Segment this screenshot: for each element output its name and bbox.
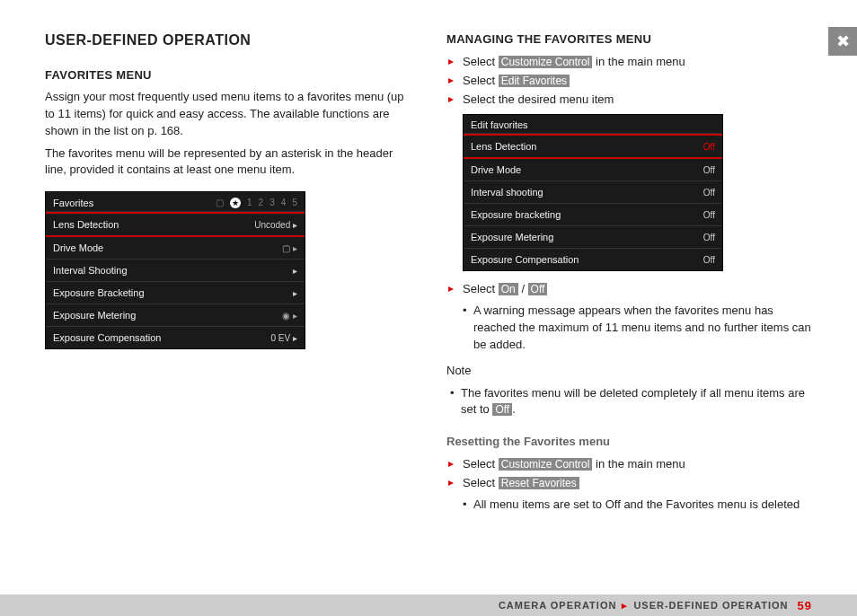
cam-row: Exposure Metering ◉ ▸ (46, 304, 305, 327)
cam-title: Favorites (53, 198, 93, 208)
step-item: Select the desired menu item (446, 91, 812, 110)
section-favorites-menu: FAVORITES MENU (45, 68, 411, 82)
step-item: Select Customize Control in the main men… (446, 53, 812, 72)
memory-card-icon: ▢ (216, 198, 224, 207)
breadcrumb: CAMERA OPERATION (499, 600, 617, 611)
favorites-desc-2: The favorites menu will be represented b… (45, 145, 411, 180)
menu-tag: Customize Control (499, 56, 593, 68)
cam-row: Exposure Compensation Off (464, 249, 722, 270)
bullet-item: A warning message appears when the favor… (446, 303, 812, 354)
cam-row: Interval shooting Off (464, 181, 722, 204)
section-managing-favorites: MANAGING THE FAVORITES MENU (446, 32, 812, 46)
cam-row: Exposure Bracketing ▸ (46, 282, 305, 304)
page-title: USER-DEFINED OPERATION (45, 32, 411, 48)
step-item: Select Reset Favorites (446, 474, 812, 493)
note-bullet: The favorites menu will be deleted compl… (434, 385, 812, 419)
camera-menu-favorites: Favorites ▢ ★ 1 2 3 4 5 Lens Detection U… (45, 191, 305, 349)
right-column: MANAGING THE FAVORITES MENU Select Custo… (446, 32, 812, 514)
cam-row: Interval Shooting ▸ (46, 260, 305, 282)
favorites-desc-1: Assign your most frequently used menu it… (45, 89, 411, 140)
step-item: Select Edit Favorites (446, 72, 812, 91)
cam-row: Lens Detection Uncoded ▸ (46, 212, 305, 237)
star-icon: ★ (230, 198, 241, 208)
caret-icon: ▸ (622, 600, 628, 612)
camera-menu-edit-favorites: Edit favorites Lens Detection Off Drive … (463, 114, 723, 271)
cam-row: Exposure bracketing Off (464, 204, 722, 226)
side-tab-icon: ✖ (828, 27, 857, 56)
menu-tag: Reset Favorites (499, 477, 579, 489)
menu-tag: Off (492, 403, 512, 416)
cam-title: Edit favorites (471, 119, 528, 130)
menu-tag: Customize Control (499, 458, 593, 471)
page-footer: CAMERA OPERATION ▸ USER-DEFINED OPERATIO… (0, 594, 857, 616)
left-column: USER-DEFINED OPERATION FAVORITES MENU As… (45, 32, 411, 514)
page-number: 59 (798, 599, 812, 612)
menu-tag: On (499, 283, 518, 295)
menu-tag: Off (528, 283, 548, 295)
cam-row: Exposure Metering Off (464, 226, 722, 249)
cam-row: Lens Detection Off (464, 134, 722, 159)
cam-row: Drive Mode Off (464, 159, 722, 181)
step-item: Select On / Off (446, 280, 812, 299)
cam-tabs: ▢ ★ 1 2 3 4 5 (212, 197, 297, 208)
breadcrumb: USER-DEFINED OPERATION (633, 600, 788, 611)
cam-row: Exposure Compensation 0 EV ▸ (46, 327, 305, 348)
bullet-item: All menu items are set to Off and the Fa… (446, 497, 812, 514)
note-label: Note (446, 363, 812, 380)
section-reset-favorites: Resetting the Favorites menu (446, 435, 812, 448)
cam-row: Drive Mode ▢ ▸ (46, 237, 305, 260)
menu-tag: Edit Favorites (499, 75, 570, 87)
step-item: Select Customize Control in the main men… (446, 455, 812, 474)
